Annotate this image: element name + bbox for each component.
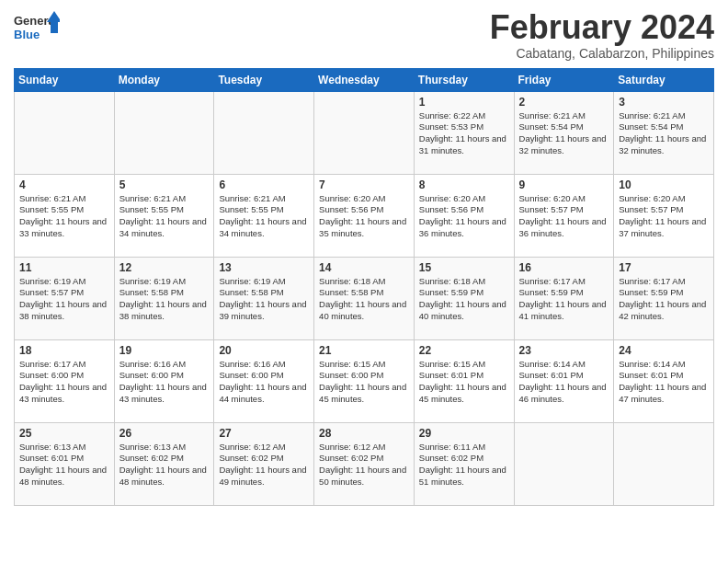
calendar-day-cell: 7Sunrise: 6:20 AM Sunset: 5:56 PM Daylig… [314,174,415,257]
day-sun-info: Sunrise: 6:16 AM Sunset: 6:00 PM Dayligh… [219,359,309,406]
calendar-day-cell: 4Sunrise: 6:21 AM Sunset: 5:55 PM Daylig… [15,174,115,257]
calendar-day-cell: 13Sunrise: 6:19 AM Sunset: 5:58 PM Dayli… [214,257,314,339]
calendar-week-row: 11Sunrise: 6:19 AM Sunset: 5:57 PM Dayli… [15,257,714,339]
day-sun-info: Sunrise: 6:15 AM Sunset: 6:01 PM Dayligh… [419,359,509,406]
day-sun-info: Sunrise: 6:12 AM Sunset: 6:02 PM Dayligh… [219,442,309,488]
day-number: 29 [419,427,509,440]
day-header: Thursday [414,68,514,91]
calendar-day-cell [214,91,314,174]
day-sun-info: Sunrise: 6:19 AM Sunset: 5:58 PM Dayligh… [219,276,309,323]
day-number: 20 [219,344,309,357]
calendar-day-cell: 25Sunrise: 6:13 AM Sunset: 6:01 PM Dayli… [15,422,115,505]
day-sun-info: Sunrise: 6:18 AM Sunset: 5:58 PM Dayligh… [319,276,409,323]
day-sun-info: Sunrise: 6:20 AM Sunset: 5:57 PM Dayligh… [619,193,709,240]
day-number: 24 [619,344,709,357]
logo: General Blue [14,9,60,46]
day-number: 21 [319,344,409,357]
month-title: February 2024 [490,9,714,46]
calendar-day-cell: 21Sunrise: 6:15 AM Sunset: 6:00 PM Dayli… [314,339,415,422]
day-sun-info: Sunrise: 6:20 AM Sunset: 5:57 PM Dayligh… [519,193,609,240]
calendar-day-cell: 9Sunrise: 6:20 AM Sunset: 5:57 PM Daylig… [514,174,614,257]
day-sun-info: Sunrise: 6:17 AM Sunset: 5:59 PM Dayligh… [619,276,709,323]
calendar-day-cell [314,91,415,174]
calendar-day-cell: 27Sunrise: 6:12 AM Sunset: 6:02 PM Dayli… [214,422,314,505]
day-number: 22 [419,344,509,357]
day-number: 8 [419,178,509,191]
calendar-day-cell [15,91,115,174]
calendar-day-cell: 22Sunrise: 6:15 AM Sunset: 6:01 PM Dayli… [414,339,514,422]
day-sun-info: Sunrise: 6:15 AM Sunset: 6:00 PM Dayligh… [319,359,409,406]
calendar-day-cell: 17Sunrise: 6:17 AM Sunset: 5:59 PM Dayli… [614,257,714,339]
day-sun-info: Sunrise: 6:17 AM Sunset: 6:00 PM Dayligh… [19,359,109,406]
location: Cabatang, Calabarzon, Philippines [490,46,714,61]
calendar-day-cell: 3Sunrise: 6:21 AM Sunset: 5:54 PM Daylig… [614,91,714,174]
day-number: 19 [119,344,210,357]
day-number: 28 [319,427,409,440]
day-sun-info: Sunrise: 6:14 AM Sunset: 6:01 PM Dayligh… [619,359,709,406]
calendar-week-row: 1Sunrise: 6:22 AM Sunset: 5:53 PM Daylig… [15,91,714,174]
day-sun-info: Sunrise: 6:20 AM Sunset: 5:56 PM Dayligh… [419,193,509,240]
day-number: 7 [319,178,409,191]
calendar-day-cell: 2Sunrise: 6:21 AM Sunset: 5:54 PM Daylig… [514,91,614,174]
day-number: 6 [219,178,309,191]
calendar-day-cell: 16Sunrise: 6:17 AM Sunset: 5:59 PM Dayli… [514,257,614,339]
calendar-day-cell: 12Sunrise: 6:19 AM Sunset: 5:58 PM Dayli… [114,257,214,339]
calendar-day-cell: 15Sunrise: 6:18 AM Sunset: 5:59 PM Dayli… [414,257,514,339]
svg-text:Blue: Blue [14,28,40,41]
day-number: 12 [119,261,210,274]
day-sun-info: Sunrise: 6:21 AM Sunset: 5:55 PM Dayligh… [219,193,309,240]
day-sun-info: Sunrise: 6:14 AM Sunset: 6:01 PM Dayligh… [519,359,609,406]
calendar-day-cell: 26Sunrise: 6:13 AM Sunset: 6:02 PM Dayli… [114,422,214,505]
day-number: 2 [519,96,609,109]
calendar-day-cell: 20Sunrise: 6:16 AM Sunset: 6:00 PM Dayli… [214,339,314,422]
day-number: 5 [119,178,210,191]
day-header: Friday [514,68,614,91]
day-sun-info: Sunrise: 6:13 AM Sunset: 6:02 PM Dayligh… [119,442,210,488]
calendar-day-cell: 10Sunrise: 6:20 AM Sunset: 5:57 PM Dayli… [614,174,714,257]
day-number: 15 [419,261,509,274]
day-number: 11 [19,261,109,274]
day-header: Saturday [614,68,714,91]
calendar-day-cell: 8Sunrise: 6:20 AM Sunset: 5:56 PM Daylig… [414,174,514,257]
day-number: 1 [419,96,509,109]
day-number: 14 [319,261,409,274]
day-sun-info: Sunrise: 6:19 AM Sunset: 5:57 PM Dayligh… [19,276,109,323]
day-header: Tuesday [214,68,314,91]
day-sun-info: Sunrise: 6:11 AM Sunset: 6:02 PM Dayligh… [419,442,509,488]
calendar-week-row: 18Sunrise: 6:17 AM Sunset: 6:00 PM Dayli… [15,339,714,422]
calendar-day-cell: 6Sunrise: 6:21 AM Sunset: 5:55 PM Daylig… [214,174,314,257]
calendar-day-cell [614,422,714,505]
calendar-day-cell: 11Sunrise: 6:19 AM Sunset: 5:57 PM Dayli… [15,257,115,339]
day-number: 10 [619,178,709,191]
day-number: 17 [619,261,709,274]
day-number: 25 [19,427,109,440]
calendar-day-cell: 28Sunrise: 6:12 AM Sunset: 6:02 PM Dayli… [314,422,415,505]
day-number: 9 [519,178,609,191]
calendar-week-row: 25Sunrise: 6:13 AM Sunset: 6:01 PM Dayli… [15,422,714,505]
day-sun-info: Sunrise: 6:20 AM Sunset: 5:56 PM Dayligh… [319,193,409,240]
calendar-day-cell: 24Sunrise: 6:14 AM Sunset: 6:01 PM Dayli… [614,339,714,422]
day-number: 23 [519,344,609,357]
day-sun-info: Sunrise: 6:18 AM Sunset: 5:59 PM Dayligh… [419,276,509,323]
calendar-day-cell [514,422,614,505]
calendar-day-cell: 1Sunrise: 6:22 AM Sunset: 5:53 PM Daylig… [414,91,514,174]
logo-svg: General Blue [14,9,60,46]
calendar-day-cell: 18Sunrise: 6:17 AM Sunset: 6:00 PM Dayli… [15,339,115,422]
calendar-table: SundayMondayTuesdayWednesdayThursdayFrid… [14,68,714,506]
calendar-week-row: 4Sunrise: 6:21 AM Sunset: 5:55 PM Daylig… [15,174,714,257]
day-sun-info: Sunrise: 6:21 AM Sunset: 5:55 PM Dayligh… [119,193,210,240]
day-header: Monday [114,68,214,91]
calendar-day-cell: 19Sunrise: 6:16 AM Sunset: 6:00 PM Dayli… [114,339,214,422]
day-header: Wednesday [314,68,415,91]
day-number: 26 [119,427,210,440]
title-block: February 2024 Cabatang, Calabarzon, Phil… [490,9,714,61]
day-sun-info: Sunrise: 6:22 AM Sunset: 5:53 PM Dayligh… [419,110,509,157]
day-number: 16 [519,261,609,274]
calendar-day-cell [114,91,214,174]
day-sun-info: Sunrise: 6:21 AM Sunset: 5:54 PM Dayligh… [619,110,709,157]
day-sun-info: Sunrise: 6:21 AM Sunset: 5:55 PM Dayligh… [19,193,109,240]
day-number: 13 [219,261,309,274]
day-sun-info: Sunrise: 6:16 AM Sunset: 6:00 PM Dayligh… [119,359,210,406]
calendar-day-cell: 14Sunrise: 6:18 AM Sunset: 5:58 PM Dayli… [314,257,415,339]
day-number: 27 [219,427,309,440]
